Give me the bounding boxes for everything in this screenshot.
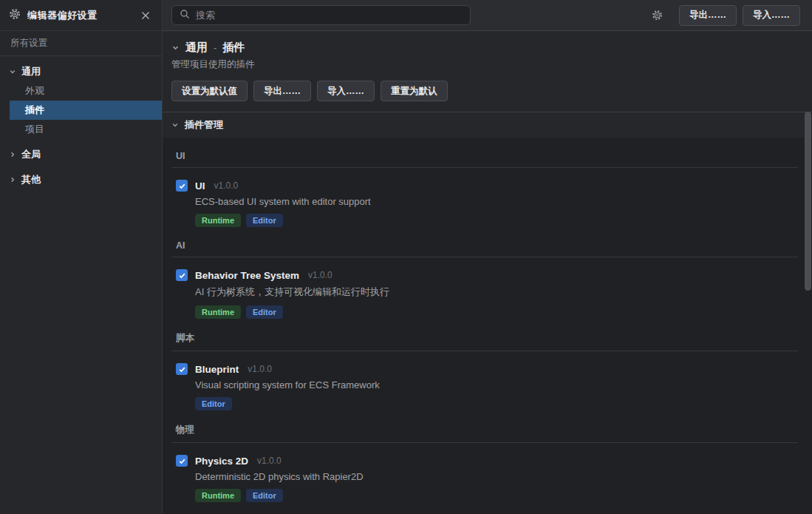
chevron-down-icon — [9, 67, 16, 78]
search-box — [171, 5, 471, 25]
plugin-group-label: AI — [171, 240, 798, 257]
page-header: 通用 - 插件 管理项目使用的插件 设置为默认值 导出…… 导入…… 重置为默认 — [163, 31, 812, 112]
plugin-tag-editor: Editor — [246, 214, 283, 227]
gear-icon — [9, 8, 21, 23]
plugin-tag-runtime: Runtime — [195, 305, 241, 319]
plugin-tag-editor: Editor — [246, 305, 283, 319]
breadcrumb-section: 通用 — [185, 41, 208, 55]
plugin-version: v1.0.0 — [248, 364, 272, 374]
import-settings-button[interactable]: 导入…… — [317, 81, 375, 101]
plugin-version: v1.0.0 — [257, 456, 282, 466]
main-content: 通用 - 插件 管理项目使用的插件 设置为默认值 导出…… 导入…… 重置为默认… — [163, 31, 812, 514]
plugin-entry-head: Blueprintv1.0.0 — [176, 363, 798, 375]
chevron-right-icon — [9, 175, 16, 186]
plugin-description: AI 行为树系统，支持可视化编辑和运行时执行 — [195, 285, 798, 299]
sidebar-header: 编辑器偏好设置 — [0, 0, 162, 31]
plugin-entry: Blueprintv1.0.0Visual scripting system f… — [171, 363, 798, 410]
plugin-tag-runtime: Runtime — [195, 214, 241, 227]
page-subtitle: 管理项目使用的插件 — [171, 58, 803, 71]
tree-item-appearance[interactable]: 外观 — [0, 81, 162, 101]
action-buttons: 设置为默认值 导出…… 导入…… 重置为默认 — [171, 81, 803, 112]
preferences-window: 编辑器偏好设置 所有设置 通用 外观 插件 项目 全局 — [0, 0, 812, 514]
all-settings-label: 所有设置 — [0, 31, 162, 56]
chevron-down-icon[interactable] — [171, 41, 180, 55]
plugin-group-label: UI — [171, 151, 798, 168]
breadcrumb: 通用 - 插件 — [171, 41, 803, 55]
tree-item-other[interactable]: 其他 — [0, 170, 162, 189]
plugin-name: Physics 2D — [195, 456, 248, 467]
settings-gear-icon[interactable] — [649, 7, 665, 24]
plugin-description: ECS-based UI system with editor support — [195, 196, 798, 207]
tree-item-project[interactable]: 项目 — [0, 120, 162, 139]
breadcrumb-separator: - — [214, 42, 216, 53]
tree-item-label: 项目 — [25, 123, 44, 136]
tree-item-plugins[interactable]: 插件 — [10, 101, 162, 120]
topbar: 导出…… 导入…… — [163, 0, 812, 31]
tree-item-label: 插件 — [25, 104, 44, 117]
plugin-tags: RuntimeEditor — [195, 214, 798, 227]
plugin-enabled-checkbox[interactable] — [176, 180, 188, 192]
plugin-entry-head: Physics 2Dv1.0.0 — [176, 455, 798, 467]
vertical-scrollbar[interactable] — [805, 112, 811, 291]
plugin-tags: RuntimeEditor — [195, 305, 798, 319]
plugin-entry: Physics 2Dv1.0.0Deterministic 2D physics… — [171, 455, 798, 502]
plugin-tags: Editor — [195, 397, 798, 410]
chevron-down-icon — [171, 118, 179, 132]
plugin-management-section-header[interactable]: 插件管理 — [163, 112, 812, 138]
plugin-enabled-checkbox[interactable] — [176, 455, 188, 467]
tree-item-label: 全局 — [21, 148, 41, 161]
tree-item-label: 其他 — [21, 173, 41, 186]
plugin-tag-runtime: Runtime — [195, 489, 241, 502]
import-button[interactable]: 导入…… — [743, 5, 800, 26]
tree-item-label: 外观 — [25, 84, 44, 98]
plugin-name: Blueprint — [195, 364, 239, 375]
plugin-enabled-checkbox[interactable] — [176, 363, 188, 375]
reset-to-default-button[interactable]: 重置为默认 — [381, 81, 448, 101]
plugin-entry-head: UIv1.0.0 — [176, 180, 798, 192]
plugin-enabled-checkbox[interactable] — [176, 269, 188, 281]
search-icon — [180, 9, 190, 22]
breadcrumb-page: 插件 — [222, 41, 245, 55]
plugin-tags: RuntimeEditor — [195, 489, 798, 502]
plugin-version: v1.0.0 — [214, 180, 239, 191]
plugin-tag-editor: Editor — [195, 397, 232, 410]
plugin-group-label: 物理 — [171, 424, 798, 443]
search-input[interactable] — [196, 10, 463, 21]
settings-tree: 通用 外观 插件 项目 全局 其他 — [0, 56, 162, 189]
plugin-description: Visual scripting system for ECS Framewor… — [195, 379, 798, 390]
plugin-name: Behavior Tree System — [195, 270, 299, 281]
export-settings-button[interactable]: 导出…… — [253, 81, 311, 101]
plugin-entry: Behavior Tree Systemv1.0.0AI 行为树系统，支持可视化… — [171, 269, 798, 319]
plugin-entry-head: Behavior Tree Systemv1.0.0 — [176, 269, 798, 281]
plugin-description: Deterministic 2D physics with Rapier2D — [195, 471, 798, 482]
window-title: 编辑器偏好设置 — [27, 9, 98, 22]
plugin-name: UI — [195, 180, 205, 192]
section-title: 插件管理 — [185, 118, 223, 132]
export-button[interactable]: 导出…… — [679, 5, 737, 26]
tree-item-global[interactable]: 全局 — [0, 145, 162, 164]
sidebar: 编辑器偏好设置 所有设置 通用 外观 插件 项目 全局 — [0, 0, 163, 514]
tree-item-general[interactable]: 通用 — [0, 62, 162, 81]
plugin-list: UIUIv1.0.0ECS-based UI system with edito… — [163, 151, 812, 514]
plugin-tag-editor: Editor — [246, 489, 283, 502]
plugin-version: v1.0.0 — [308, 270, 332, 280]
plugin-group-label: 脚本 — [171, 332, 798, 351]
set-as-default-button[interactable]: 设置为默认值 — [171, 81, 248, 101]
chevron-right-icon — [9, 149, 16, 160]
tree-item-label: 通用 — [21, 65, 41, 78]
plugin-entry: UIv1.0.0ECS-based UI system with editor … — [171, 180, 798, 227]
close-icon[interactable] — [138, 8, 153, 23]
